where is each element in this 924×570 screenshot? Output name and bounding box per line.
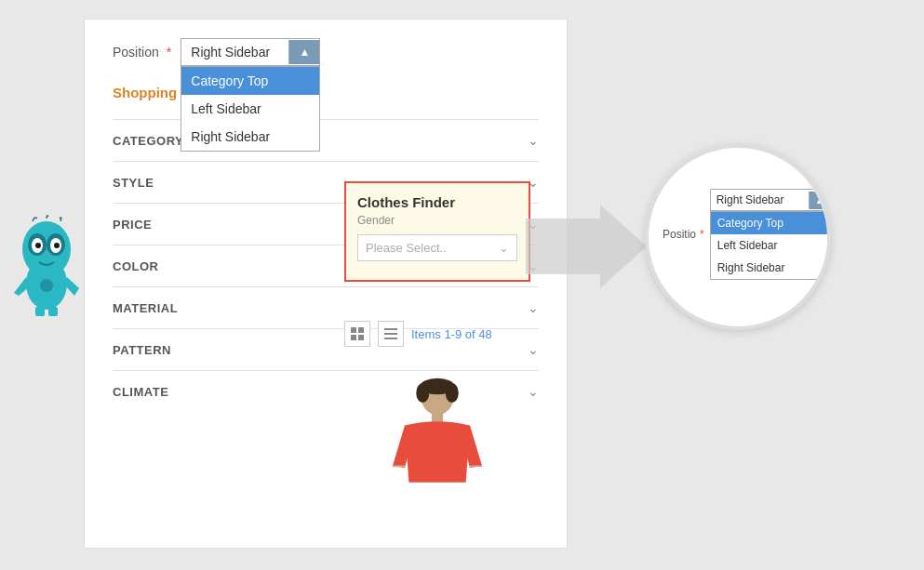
list-view-button[interactable]	[378, 321, 404, 347]
grid-view-button[interactable]	[344, 321, 370, 347]
svg-rect-4	[384, 328, 397, 330]
zoom-dropdown-item-left-sidebar[interactable]: Left Sidebar	[711, 234, 830, 257]
svg-rect-0	[351, 327, 356, 333]
alien-svg	[9, 214, 84, 316]
zoom-dropdown-item-category-top[interactable]: Category Top	[711, 212, 830, 234]
zoom-position-row: Positio * Right Sidebar ▲ Category Top L…	[663, 189, 813, 280]
filter-category-label: CATEGORY	[113, 134, 183, 148]
filter-style-label: STYLE	[113, 176, 154, 190]
position-select-wrapper[interactable]: Right Sidebar ▲ Category Top Left Sideba…	[181, 38, 320, 66]
svg-rect-8	[432, 413, 443, 423]
svg-rect-3	[358, 335, 364, 340]
clothes-finder-subtitle: Gender	[357, 214, 517, 227]
filter-climate-label: CLIMATE	[113, 385, 168, 399]
list-icon	[384, 327, 397, 340]
zoom-dropdown-item-right-sidebar[interactable]: Right Sidebar	[711, 257, 830, 279]
required-star: *	[167, 45, 171, 60]
zoom-select-text: Right Sidebar	[711, 190, 809, 210]
filter-color-label: COLOR	[113, 259, 158, 273]
filter-category-chevron: ⌄	[528, 133, 539, 148]
filter-price-label: PRICE	[113, 218, 152, 232]
svg-point-12	[416, 383, 429, 403]
zoom-select-btn[interactable]: ▲	[809, 192, 830, 209]
grid-icon	[351, 327, 364, 340]
position-select-text: Right Sidebar	[181, 39, 288, 65]
dropdown-item-right-sidebar[interactable]: Right Sidebar	[181, 123, 319, 151]
filter-material-chevron: ⌄	[528, 300, 539, 315]
items-row: Items 1-9 of 48	[344, 321, 492, 347]
items-count: Items 1-9 of 48	[411, 327, 492, 341]
clothes-finder-select[interactable]: Please Select.. ⌄	[357, 234, 517, 261]
svg-point-21	[54, 243, 60, 248]
zoom-required-star: *	[700, 228, 704, 241]
zoom-position-label: Positio	[663, 228, 696, 241]
svg-point-13	[446, 383, 459, 403]
position-select-btn[interactable]: ▲	[288, 40, 319, 64]
position-select-display[interactable]: Right Sidebar ▲	[181, 38, 320, 66]
filter-category[interactable]: CATEGORY ⌄	[113, 119, 539, 161]
svg-rect-22	[35, 307, 45, 316]
clothes-finder-select-text: Please Select..	[366, 241, 447, 255]
position-dropdown: Category Top Left Sidebar Right Sidebar	[181, 66, 320, 152]
zoom-select-container: Right Sidebar ▲ Category Top Left Sideba…	[710, 189, 831, 280]
zoom-select-display[interactable]: Right Sidebar ▲	[710, 189, 831, 211]
person-svg	[382, 377, 493, 507]
position-row: Position * Right Sidebar ▲ Category Top …	[113, 38, 539, 66]
dropdown-item-category-top[interactable]: Category Top	[181, 67, 319, 95]
zoom-dropdown: Category Top Left Sidebar Right Sidebar	[710, 211, 831, 280]
circle-inner: Positio * Right Sidebar ▲ Category Top L…	[649, 179, 827, 295]
filter-pattern-chevron: ⌄	[528, 342, 539, 357]
svg-rect-6	[384, 338, 397, 339]
arrow-svg	[526, 200, 647, 293]
clothes-finder-box: Clothes Finder Gender Please Select.. ⌄	[344, 181, 530, 282]
clothes-finder-chevron-icon: ⌄	[499, 241, 509, 255]
svg-rect-1	[358, 327, 364, 333]
filter-pattern-label: PATTERN	[113, 343, 171, 357]
position-label: Position	[113, 45, 159, 60]
dropdown-item-left-sidebar[interactable]: Left Sidebar	[181, 95, 319, 123]
circle-magnifier: Positio * Right Sidebar ▲ Category Top L…	[645, 144, 831, 330]
clothes-finder-title: Clothes Finder	[357, 194, 517, 210]
shopping-options-title: Shopping Options	[113, 85, 539, 108]
big-arrow	[526, 200, 647, 297]
svg-marker-25	[526, 205, 647, 288]
filter-material-label: MATERIAL	[113, 301, 178, 315]
svg-point-24	[40, 279, 53, 292]
svg-point-20	[35, 243, 41, 248]
svg-rect-5	[384, 333, 397, 335]
filter-climate-chevron: ⌄	[528, 384, 539, 399]
svg-rect-23	[48, 307, 58, 316]
product-image	[363, 367, 512, 516]
svg-rect-2	[351, 335, 356, 340]
alien-mascot	[9, 214, 84, 316]
